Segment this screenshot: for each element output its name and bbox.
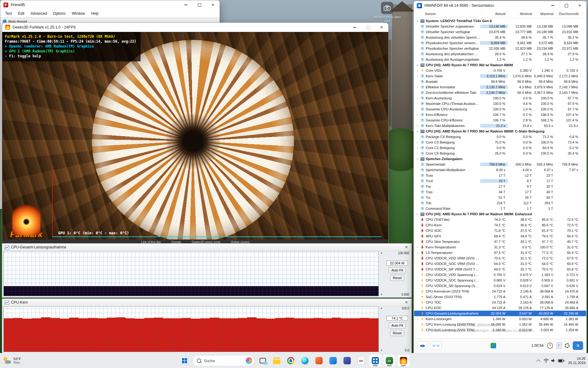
sensor-row[interactable]: › Kern-Takt-Multiplikatoren 21.2 x 15.8 …: [414, 123, 586, 128]
sensor-row[interactable]: › Auslastung der Auslagerungsdatei 1.2 %…: [414, 57, 586, 62]
start-button[interactable]: [179, 355, 191, 367]
close-icon[interactable]: ✕: [375, 23, 388, 32]
sensor-row[interactable]: › Effektive Kerntakte 2,130.7 MHz 4.3 MH…: [414, 84, 586, 90]
sensor-row[interactable]: › Bustakt 99.8 MHz 99.8 MHz 99.8 MHz 99.…: [414, 79, 586, 84]
system-tray[interactable]: [543, 358, 564, 363]
sensor-row[interactable]: › Core VIDs 0.706 V 0.300 V 1.245 V 0.72…: [414, 68, 586, 73]
sensor-row[interactable]: › Physikalischer Speicher verwendet 8,95…: [414, 40, 586, 46]
furmark-titlebar[interactable]: Geeks3D FurMark v1.25.1.0 - 24FPS ✕: [2, 23, 388, 32]
close-icon[interactable]: ✕: [573, 1, 586, 10]
sensor-row[interactable]: › CPU VDDCR_SR Spannung (SVI3 TFN) 0.624…: [414, 283, 586, 289]
sensor-row[interactable]: › Maximale CPU-/Thread-Auslastung 100.0 …: [414, 101, 586, 106]
menu-item[interactable]: Edit: [15, 11, 28, 16]
search-input[interactable]: Suche: [193, 355, 255, 366]
sensor-row[interactable]: › Virtueller Speicher zugewiesen 13,140 …: [414, 24, 586, 29]
sensor-row[interactable]: › Auslastung des virtuellen Speichers 35…: [414, 35, 586, 40]
menu-item[interactable]: Advanced: [28, 11, 50, 16]
sensor-row[interactable]: › CPU [#0]: AMD Ryzen AI 7 PRO 360 w/ Ra…: [414, 211, 586, 217]
sensor-row[interactable]: › Trc 51 T 26 T 60 T: [414, 195, 586, 200]
sensor-row[interactable]: › Kern-Effizienz 106.7 % 0.2 % 198.9 % 1…: [414, 112, 586, 117]
sensor-row[interactable]: › Kern-Takte 2,113.1 MHz 1,576.5 MHz 5,0…: [414, 73, 586, 79]
task-view-icon[interactable]: [257, 355, 269, 367]
expand-arrow-icon[interactable]: ›: [416, 19, 419, 23]
sensor-row[interactable]: › Kern-Temperaturen 31.3 °C 0.0 °C 100.0…: [414, 244, 586, 250]
sensor-row[interactable]: › CPU-Kernstrom (SVI3 TFN) 24.722 A 2.14…: [414, 289, 586, 294]
volume-icon[interactable]: [551, 358, 556, 363]
expand-arrow-icon[interactable]: ›: [415, 251, 420, 255]
sensor-row[interactable]: › CPU-Gesamt-Leistungsaufnahme 22.004 W …: [414, 311, 586, 316]
hwinfo-titlebar[interactable]: HWiNFO® 64 v8.14-5580 - Sensorstatus ✕: [414, 1, 586, 10]
sensor-row[interactable]: › CPU (Tctl/Tdie) 74.0 °C 38.0 °C 85.8 °…: [414, 217, 586, 222]
chrome-icon[interactable]: [285, 355, 297, 367]
app-green-icon[interactable]: 21: [383, 355, 396, 367]
report-icon[interactable]: [556, 343, 562, 349]
sensor-row[interactable]: › Trcd 15 T 8 T 17 T: [414, 178, 586, 184]
sensor-row[interactable]: › Trfc 224 T 112 T 263 T: [414, 200, 586, 206]
maximize-icon[interactable]: [560, 1, 573, 10]
sensor-row[interactable]: › Kern-Leistungen 1.345 W 0.003 W 4.680 …: [414, 316, 586, 322]
app-indigo-icon[interactable]: [341, 355, 353, 367]
column-aktuell[interactable]: Aktuell: [481, 11, 508, 16]
expand-arrow-icon[interactable]: ›: [415, 246, 420, 249]
graph-titlebar[interactable]: CPU-Gesamt-Leistungsaufnahme ✕: [2, 243, 412, 251]
sensor-row[interactable]: › APU GFX 68.4 °C 34.8 °C 76.6 °C 66.6 °…: [414, 233, 586, 239]
desktop-icon-spotlight[interactable]: Weitere Infos über Bild: [370, 2, 404, 23]
expand-arrow-icon[interactable]: ›: [415, 75, 420, 78]
nav-prev-next-button[interactable]: ◀▶: [417, 341, 428, 350]
wifi-icon[interactable]: [543, 358, 549, 363]
sensor-row[interactable]: › Kern-Auslastung 100.0 % 0.0 % 100.0 % …: [414, 95, 586, 101]
expand-arrow-icon[interactable]: ›: [415, 141, 420, 144]
sensor-row[interactable]: › Gesamte CPU-Effizienz 106.7 % 2.8 % 16…: [414, 117, 586, 123]
close-icon[interactable]: ✕: [404, 245, 409, 249]
sensor-row[interactable]: › CPU VDDCR_VDD VRM (SVI3 TFN) 70.6 °C 3…: [414, 255, 586, 261]
expand-arrow-icon[interactable]: ›: [415, 124, 420, 128]
sensor-row[interactable]: › Speicher-Zeitangaben: [414, 156, 586, 162]
sensor-row[interactable]: › Speichertakt 798.6 MHz 399.3 MHz 935.3…: [414, 162, 586, 167]
nav-fast-button[interactable]: ≪≫: [431, 341, 442, 350]
minimize-icon[interactable]: [348, 23, 361, 32]
close-sensors-button[interactable]: ✕: [573, 341, 583, 350]
expand-arrow-icon[interactable]: ›: [415, 69, 420, 72]
sensor-row[interactable]: › System: LENOVO ThinkPad T14s Gen 6: [414, 18, 586, 24]
sensor-row[interactable]: › Auslastung des physikalischen Speicher…: [414, 51, 586, 57]
expand-arrow-icon[interactable]: ›: [415, 86, 420, 89]
sensor-row[interactable]: › Durchschnittlicher effektiver Takt 2,1…: [414, 90, 586, 95]
furmark-flame-icon[interactable]: [398, 355, 410, 367]
sensor-row[interactable]: › Gesamte CPU-Auslastung 100.0 % 1.6 % 1…: [414, 106, 586, 112]
sensor-row[interactable]: › CPU Skin Temperatur 47.7 °C 29.1 °C 47…: [414, 239, 586, 244]
prime95-titlebar[interactable]: P Prime95 ✕: [0, 0, 220, 10]
settings-gear-icon[interactable]: [565, 343, 570, 348]
expand-arrow-icon[interactable]: ›: [415, 97, 420, 100]
sensor-row[interactable]: › Command Rate 1 T 1 T 1 T: [414, 206, 586, 211]
graph-scale-spinner[interactable]: ▲▼: [379, 251, 383, 296]
sensor-row[interactable]: › CPU SOC 71.8 °C 37.0 °C 81.9 °C 70.1 °…: [414, 228, 586, 233]
close-icon[interactable]: ✕: [404, 300, 409, 305]
sensor-row[interactable]: › CPU-Kern 74.1 °C 36.6 °C 85.6 °C 72.4 …: [414, 222, 586, 228]
app-orange-icon[interactable]: [313, 355, 325, 367]
sensor-row[interactable]: › Virtueller Speicher verfügbar 23,875 M…: [414, 29, 586, 35]
sensor-row[interactable]: › L3-Temperaturen 67.6 °C 31.4 °C 77.5 °…: [414, 250, 586, 255]
spin-up-icon[interactable]: ▲: [380, 307, 383, 309]
expand-arrow-icon[interactable]: ›: [415, 146, 420, 150]
expand-arrow-icon[interactable]: ›: [416, 212, 419, 216]
app-grid-blue-icon[interactable]: [369, 355, 382, 367]
menu-item[interactable]: Help: [88, 11, 102, 16]
sensor-row[interactable]: › Tcas 17 T 12 T 23 T: [414, 173, 586, 178]
menu-item[interactable]: Options: [50, 11, 69, 16]
sensor-row[interactable]: › Package C6 Belegung 0.0 % 0.0 % 71.2 %…: [414, 134, 586, 140]
taskbar-clock[interactable]: 14:26 25.11.2024: [568, 356, 586, 365]
spin-down-icon[interactable]: ▼: [380, 293, 383, 296]
battery-icon[interactable]: [558, 359, 564, 362]
autofit-button[interactable]: Auto Fit: [389, 267, 406, 273]
spin-down-icon[interactable]: ▼: [380, 349, 383, 352]
app-blue-icon[interactable]: [327, 355, 339, 367]
expand-arrow-icon[interactable]: ›: [416, 129, 419, 133]
tray-chevron-up-icon[interactable]: [536, 359, 540, 363]
sensor-row[interactable]: › CPU [#0]: AMD Ryzen AI 7 PRO 360 w/ Ra…: [414, 128, 586, 134]
reset-button[interactable]: Reset: [390, 330, 405, 336]
reset-button[interactable]: Reset: [390, 275, 405, 281]
sensor-row[interactable]: › CPU EDC 34.125 A 28.125 A 77.125 A 35.…: [414, 305, 586, 311]
maximize-icon[interactable]: [193, 0, 206, 10]
sensor-row[interactable]: › CPU VDDCR_SOC VRM (SVI3 TFN) 64.0 °C 3…: [414, 261, 586, 266]
taskbar-weather-widget[interactable]: 53°F Rain: [3, 353, 21, 368]
